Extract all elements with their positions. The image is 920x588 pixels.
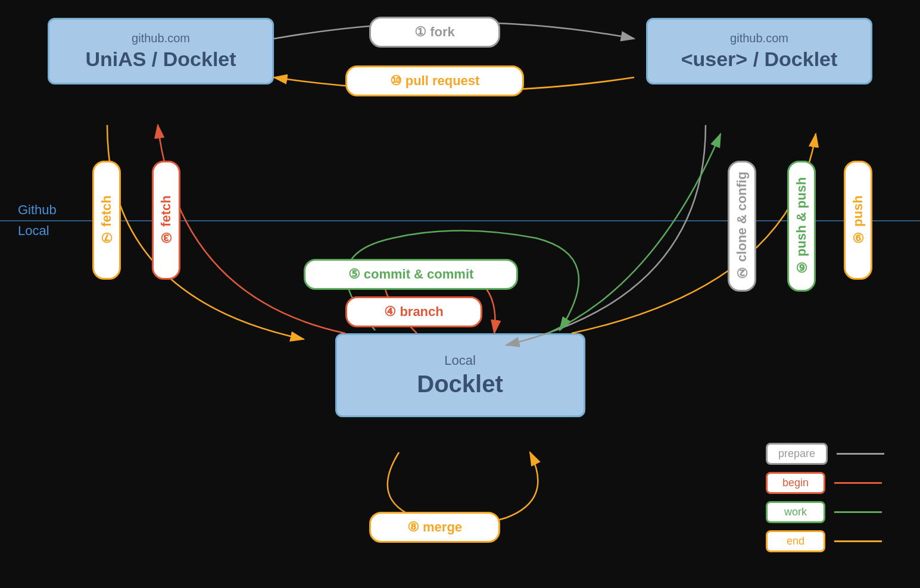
merge-label: ⑧ merge	[369, 512, 500, 543]
legend-item-work: work	[766, 501, 884, 523]
fetch-red-label: ③ fetch	[152, 161, 180, 280]
legend-begin-box: begin	[766, 472, 825, 494]
legend-item-begin: begin	[766, 472, 884, 494]
pull-request-label: ⑩ pull request	[345, 65, 524, 96]
legend-begin-line	[834, 482, 882, 484]
repo-left-title: UniAS / Docklet	[67, 48, 254, 71]
push-push-label: ⑥ push & push	[787, 161, 816, 292]
github-local-divider	[0, 220, 920, 221]
repo-right-subtitle: github.com	[666, 32, 853, 45]
repo-local-box: Local Docklet	[335, 333, 585, 417]
legend-end-box: end	[766, 530, 825, 552]
legend-work-line	[834, 511, 882, 513]
legend-prepare-box: prepare	[766, 443, 828, 465]
repo-right-box: github.com <user> / Docklet	[646, 18, 872, 85]
repo-right-title: <user> / Docklet	[666, 48, 853, 71]
legend: prepare begin work end	[766, 443, 884, 552]
fetch-orange-label: ⑦ fetch	[92, 161, 121, 280]
diagram-container: Github Local github.com UniAS / Docklet …	[0, 0, 920, 588]
legend-end-line	[834, 540, 882, 542]
repo-local-subtitle: Local	[367, 353, 554, 368]
legend-prepare-line	[837, 453, 884, 455]
push-label: ⑨ push	[844, 161, 872, 280]
legend-item-end: end	[766, 530, 884, 552]
repo-left-subtitle: github.com	[67, 32, 254, 45]
legend-work-box: work	[766, 501, 825, 523]
branch-label: ④ branch	[345, 296, 482, 327]
commit-label: ⑤ commit & commit	[304, 259, 518, 290]
clone-config-label: ② clone & config	[728, 161, 756, 292]
legend-item-prepare: prepare	[766, 443, 884, 465]
fork-label: ① fork	[369, 17, 500, 48]
repo-local-title: Docklet	[367, 371, 554, 398]
local-label: Local	[18, 223, 49, 239]
repo-left-box: github.com UniAS / Docklet	[48, 18, 274, 85]
github-label: Github	[18, 202, 57, 218]
